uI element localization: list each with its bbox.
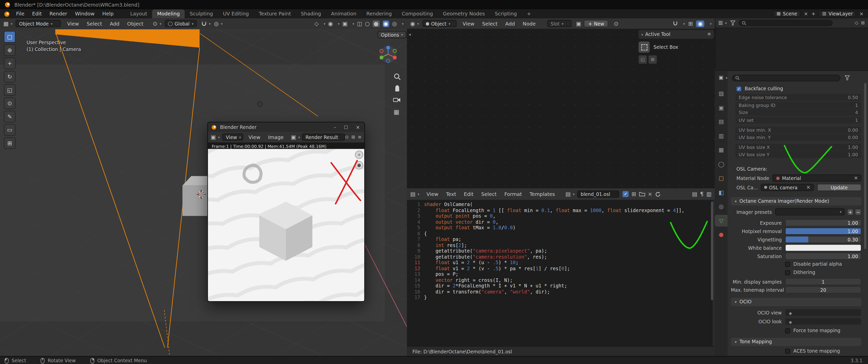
render-image-area[interactable]: + ● — [208, 149, 365, 301]
slider-white-balance[interactable] — [785, 244, 861, 251]
code-line-12[interactable]: 12 float v1 = 2 * (v - .5) * pa * res[1]… — [407, 265, 713, 271]
new-material-button[interactable]: +New — [584, 20, 608, 27]
workspace-tab-shading[interactable]: Shading — [296, 9, 326, 18]
tool-transform-icon[interactable]: ⊙ — [4, 97, 16, 109]
image-overlay-button[interactable]: + — [355, 151, 363, 159]
properties-scrollbar[interactable] — [864, 83, 867, 249]
text-editor-body[interactable]: 1shader OslCamera(2 float FocalLength = … — [407, 200, 713, 348]
navigation-gizmo[interactable] — [378, 44, 398, 64]
viewlayer-selector[interactable]: ▥ ViewLayer — [819, 10, 856, 17]
material-node-field[interactable]: ● Material × — [773, 174, 862, 181]
octane-row-uv-set[interactable]: UV set1 — [735, 116, 861, 123]
editor-type-properties-icon[interactable]: ▣ — [719, 75, 724, 80]
open-folder-icon[interactable] — [639, 192, 645, 197]
code-line-5[interactable]: 5 output float tMax = 1.0/0.0) — [407, 225, 713, 230]
workspace-tab-sculpting[interactable]: Sculpting — [185, 9, 218, 18]
slider-hotpixel-removal[interactable]: 1.00 — [785, 227, 861, 234]
editor-type-viewport-icon[interactable]: ▦ — [3, 21, 8, 26]
octane-row-edge-noise-tolerance[interactable]: Edge noise tolerance0.50 — [735, 94, 861, 101]
tone-mapping-section-header[interactable]: ▾Tone Mapping — [731, 338, 862, 346]
tool-annotate-icon[interactable]: ✎ — [4, 111, 16, 122]
transform-pivot-icon[interactable]: ⊙ — [153, 21, 157, 26]
tool-measure-icon[interactable]: ▭ — [4, 124, 16, 136]
camera-frustum-plane[interactable] — [55, 30, 200, 48]
render-window-titlebar[interactable]: Blender Render – □ × — [208, 122, 365, 132]
code-line-14[interactable]: 14 vector right = cross(I, N); — [407, 277, 713, 283]
properties-filter-icon[interactable] — [844, 75, 849, 80]
octane-row-uv-box-size-x[interactable]: UV box size X1.00 — [735, 144, 861, 150]
tab-physics-icon[interactable]: ◎ — [715, 200, 727, 212]
outliner-filter-icon[interactable]: ◇ — [855, 21, 858, 25]
menu-render[interactable]: Render — [46, 11, 71, 17]
options-dropdown[interactable]: Options▾ — [378, 31, 406, 38]
register-check-icon[interactable]: ✓ — [623, 191, 629, 197]
syntax-highlight-toggle-icon[interactable]: ▥ — [706, 191, 712, 197]
tab-object-data-icon[interactable]: ▽ — [715, 215, 727, 226]
disable-partial-alpha-checkbox[interactable] — [785, 262, 790, 267]
panel-menu-icon[interactable]: ≡ — [707, 32, 711, 37]
line-numbers-toggle-icon[interactable]: ▤ — [692, 191, 698, 197]
node-menu-add[interactable]: Add — [501, 21, 519, 26]
force-tone-mapping-checkbox[interactable] — [785, 328, 790, 333]
code-line-15[interactable]: 15 dir = 2*FocalLength * I + v1 * N + u1… — [407, 283, 713, 289]
ocio-section-header[interactable]: ▾OCIO — [731, 298, 862, 306]
tab-modifiers-icon[interactable]: ◧ — [715, 186, 727, 198]
shading-rendered-icon[interactable]: ◎ — [392, 21, 397, 26]
pin-icon[interactable]: ⊙ — [614, 21, 618, 26]
outliner-search-field[interactable] — [738, 20, 832, 26]
node-mode-selector[interactable]: ● Object▾ — [422, 20, 457, 27]
code-line-3[interactable]: 3 output point pos = 0, — [407, 213, 713, 219]
menu-edit[interactable]: Edit — [28, 11, 46, 17]
show-gizmo-icon[interactable]: ◉ — [328, 21, 333, 26]
slider-vignetting[interactable]: 0.30 — [785, 236, 861, 243]
editor-type-node-icon[interactable]: ◉ — [410, 21, 415, 26]
osl-camera-dropdown[interactable]: ● OSL camera × — [761, 184, 814, 191]
octane-row-size[interactable]: Size4 — [735, 109, 861, 116]
properties-search-field[interactable] — [732, 75, 840, 81]
shading-wireframe-icon[interactable]: ○ — [365, 21, 370, 26]
shading-solid-icon[interactable]: ● — [373, 20, 380, 27]
add-workspace-button[interactable]: + — [522, 9, 536, 18]
text-menu-templates[interactable]: Templates — [526, 191, 559, 197]
minimize-button[interactable]: – — [334, 124, 336, 130]
tool-option-icon[interactable]: ⊞ — [648, 55, 657, 64]
workspace-tab-geometry-nodes[interactable]: Geometry Nodes — [438, 9, 490, 18]
image-menu-icon[interactable]: ≡ — [358, 135, 362, 139]
update-button[interactable]: Update — [817, 184, 862, 191]
tab-tool-icon[interactable]: ▨ — [715, 87, 727, 99]
outliner-display-icon[interactable]: ⊞ — [861, 21, 865, 25]
image-pin-icon[interactable]: ⊙ — [345, 135, 349, 139]
octane-imager-section-header[interactable]: ▾Octane Camera Imager(Render Mode) — [731, 197, 862, 205]
filter-funnel-icon[interactable] — [730, 21, 735, 26]
text-filename-field[interactable]: blend_01.osl — [577, 191, 619, 198]
slot-selector[interactable]: Slot▾ — [547, 20, 571, 27]
shading-material-icon[interactable]: ◉ — [382, 20, 390, 27]
code-line-13[interactable]: 13 pos = P; — [407, 271, 713, 277]
orientation-selector[interactable]: ◯ Global▾ — [164, 20, 197, 27]
node-menu-node[interactable]: Node — [519, 21, 539, 26]
dithering-checkbox[interactable] — [785, 270, 790, 275]
workspace-tab-layout[interactable]: Layout — [125, 9, 152, 18]
code-line-10[interactable]: 10 getattribute("camera:resolution", res… — [407, 254, 713, 260]
tab-world-icon[interactable]: ◯ — [715, 158, 727, 170]
tool-option-icon[interactable]: ◱ — [639, 55, 647, 64]
code-line-17[interactable]: 17} — [407, 295, 713, 300]
workspace-tab-animation[interactable]: Animation — [326, 9, 362, 18]
unlink-text-icon[interactable]: × — [648, 191, 652, 197]
backdrop-toggle-icon[interactable]: ◉ — [696, 20, 704, 27]
menu-file[interactable]: File — [12, 11, 28, 17]
tab-object-icon[interactable]: ▢ — [715, 172, 727, 184]
text-scrollbar[interactable] — [711, 201, 713, 300]
text-menu-select[interactable]: Select — [477, 191, 500, 197]
node-menu-select[interactable]: Select — [478, 21, 501, 26]
node-editor-body[interactable]: ◂ ▾ Active Tool ≡ Select Box ◱ ⊞ — [407, 29, 715, 189]
code-line-1[interactable]: 1shader OslCamera( — [407, 201, 713, 207]
xray-toggle-icon[interactable]: ◫ — [357, 21, 362, 26]
octane-row-uv-box-min-x[interactable]: UV box min. X0.00 — [735, 127, 861, 133]
tool-select-box-icon[interactable]: ▢ — [4, 31, 16, 43]
workspace-tab-uv-editing[interactable]: UV Editing — [218, 9, 254, 18]
editor-type-outliner-icon[interactable]: ▥ — [718, 21, 723, 26]
viewport-menu-add[interactable]: Add — [106, 21, 123, 26]
close-button[interactable]: × — [355, 124, 360, 130]
workspace-tab-rendering[interactable]: Rendering — [362, 9, 397, 18]
